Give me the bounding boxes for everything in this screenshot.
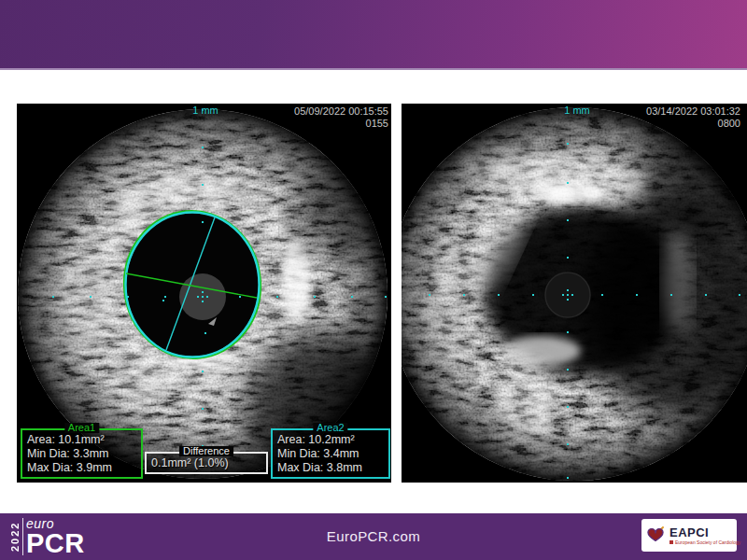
difference-title: Difference <box>179 446 233 456</box>
area1-area-value: Area: 10.1mm² <box>27 433 139 447</box>
timestamp-right-datetime: 03/14/2022 03:01:32 <box>589 105 740 118</box>
eapci-text-block: EAPCI European Society of Cardiology <box>669 526 740 545</box>
website-url: EuroPCR.com <box>0 528 747 544</box>
esc-square-icon <box>669 540 673 544</box>
difference-value: 0.1mm² (1.0%) <box>151 456 264 470</box>
ivus-panel-right <box>402 104 747 483</box>
area1-min-dia-value: Min Dia: 3.3mm <box>27 447 139 461</box>
eapci-logo: EAPCI European Society of Cardiology <box>641 519 737 552</box>
area1-measurement-box: Area1 Area: 10.1mm² Min Dia: 3.3mm Max D… <box>21 428 143 479</box>
eapci-heart-icon <box>645 525 666 546</box>
eapci-subtitle-row: European Society of Cardiology <box>669 539 740 545</box>
frame-number-left: 0155 <box>237 118 388 130</box>
area2-measurement-box: Area2 Area: 10.2mm² Min Dia: 3.4mm Max D… <box>271 428 390 479</box>
area2-min-dia-value: Min Dia: 3.4mm <box>277 447 387 461</box>
ivus-image-right <box>402 104 747 483</box>
difference-measurement-box: Difference 0.1mm² (1.0%) <box>145 452 268 474</box>
area2-title: Area2 <box>313 423 347 433</box>
eapci-subtitle: European Society of Cardiology <box>675 539 740 545</box>
area2-area-value: Area: 10.2mm² <box>277 433 387 447</box>
presentation-slide: 1 mm 05/09/2022 00:15:55 0155 1 mm 03/14… <box>0 0 747 560</box>
area1-title: Area1 <box>64 423 99 433</box>
timestamp-left-datetime: 05/09/2022 00:15:55 <box>237 105 388 118</box>
eapci-name: EAPCI <box>669 526 740 539</box>
scale-label-left: 1 mm <box>177 105 233 116</box>
timestamp-left: 05/09/2022 00:15:55 0155 <box>237 105 388 130</box>
header-gradient-bar <box>0 0 747 70</box>
area1-max-dia-value: Max Dia: 3.9mm <box>27 461 139 475</box>
area2-max-dia-value: Max Dia: 3.8mm <box>277 461 387 475</box>
timestamp-right: 03/14/2022 03:01:32 0800 <box>589 105 740 130</box>
frame-number-right: 0800 <box>589 118 740 130</box>
